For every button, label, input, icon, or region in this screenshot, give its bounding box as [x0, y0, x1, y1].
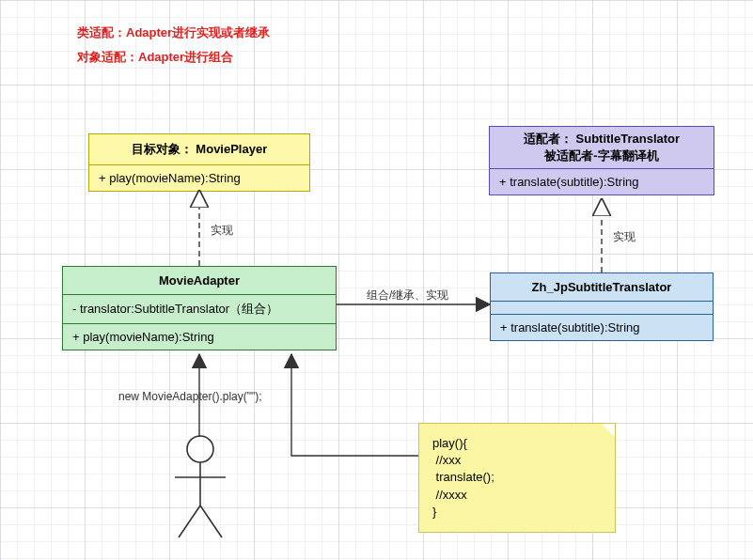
label-realize-left: 实现: [209, 223, 235, 239]
sticky-note-code: play(){ //xxx translate(); //xxxx }: [418, 423, 616, 533]
class-movieadapter: MovieAdapter - translator:SubtitleTransl…: [62, 266, 337, 350]
label-association: 组合/继承、实现: [365, 288, 450, 303]
title-line-1: 适配者： SubtitleTranslator: [524, 132, 680, 146]
label-realize-right: 实现: [611, 229, 637, 245]
class-title: MovieAdapter: [63, 267, 336, 294]
class-movieplayer: 目标对象： MoviePlayer + play(movieName):Stri…: [88, 133, 310, 192]
class-method: + translate(subtitle):String: [490, 168, 714, 194]
note-class-adapter: 类适配：Adapter进行实现或者继承: [77, 24, 270, 41]
class-title: 目标对象： MoviePlayer: [89, 134, 309, 164]
svg-line-8: [200, 506, 222, 537]
title-line-2: 被适配者-字幕翻译机: [544, 148, 658, 163]
label-call-expression: new MovieAdapter().play("");: [117, 390, 264, 403]
class-zh-jp-translator: Zh_JpSubtitleTranslator + translate(subt…: [490, 272, 714, 341]
class-title: 适配者： SubtitleTranslator 被适配者-字幕翻译机: [490, 127, 714, 168]
note-object-adapter: 对象适配：Adapter进行组合: [77, 49, 233, 66]
class-spacer: [491, 301, 713, 314]
class-method: + translate(subtitle):String: [491, 314, 713, 340]
class-title: Zh_JpSubtitleTranslator: [491, 273, 713, 301]
svg-point-4: [187, 436, 213, 462]
actor-icon: [167, 432, 233, 545]
class-subtitletranslator: 适配者： SubtitleTranslator 被适配者-字幕翻译机 + tra…: [489, 126, 714, 195]
class-method: + play(movieName):String: [89, 164, 309, 191]
class-attr: - translator:SubtitleTranslator（组合）: [63, 294, 336, 323]
svg-line-7: [179, 506, 200, 537]
class-method: + play(movieName):String: [63, 323, 336, 350]
